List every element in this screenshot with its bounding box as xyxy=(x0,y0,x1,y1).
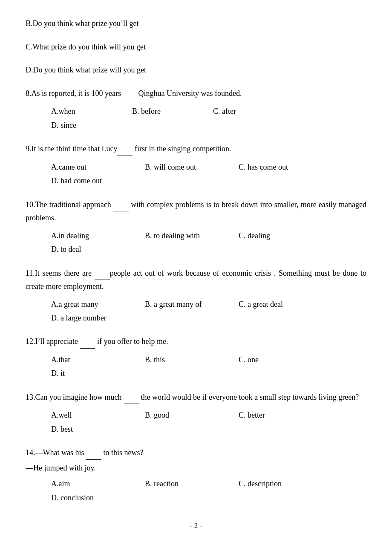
question-14-line2: —He jumped with joy. xyxy=(26,462,366,475)
option-d-q10: D. to deal xyxy=(51,242,145,256)
question-14: 14.—What was his to this news? —He jumpe… xyxy=(26,446,366,505)
page-number: - 2 - xyxy=(190,522,202,530)
option-b-q9: B. will come out xyxy=(145,160,239,174)
question-9: 9.It is the third time that Lucy first i… xyxy=(26,142,366,188)
option-c-q10: C. dealing xyxy=(239,229,332,242)
question-11-text: 11.It seems there are people act out of … xyxy=(26,267,366,293)
option-c-q8: C. after xyxy=(213,104,294,118)
question-12-text: 12.I’ll appreciate if you offer to help … xyxy=(26,335,366,349)
question-10: 10.The traditional approach with complex… xyxy=(26,198,366,257)
page-footer: - 2 - xyxy=(26,522,366,530)
question-13: 13.Can you imagine how much the world wo… xyxy=(26,391,366,436)
question-10-text: 10.The traditional approach with complex… xyxy=(26,198,366,225)
question-8: 8.As is reported, it is 100 years Qinghu… xyxy=(26,87,366,132)
option-c-q13: C. better xyxy=(239,408,332,422)
blank-q13 xyxy=(124,391,139,404)
question-13-options: A.well B. good C. better D. best xyxy=(26,408,366,436)
option-b-q11: B. a great many of xyxy=(145,297,239,311)
option-c-q7-text: C.What prize do you think will you get xyxy=(26,40,366,54)
option-c-q14: C. description xyxy=(239,477,332,491)
option-d-q7: D.Do you think what prize will you get xyxy=(26,63,366,77)
question-14-line1: 14.—What was his to this news? xyxy=(26,446,366,460)
question-14-options: A.aim B. reaction C. description D. conc… xyxy=(26,477,366,505)
option-a-q10: A.in dealing xyxy=(51,229,145,242)
question-12: 12.I’ll appreciate if you offer to help … xyxy=(26,335,366,380)
question-11: 11.It seems there are people act out of … xyxy=(26,267,366,325)
option-a-q8: A.when xyxy=(51,104,132,118)
option-a-q12: A.that xyxy=(51,353,145,366)
option-d-q11: D. a large number xyxy=(51,311,145,325)
blank-q14 xyxy=(86,446,101,460)
option-a-q13: A.well xyxy=(51,408,145,422)
blank-q10 xyxy=(113,198,129,212)
option-b-q13: B. good xyxy=(145,408,239,422)
option-d-q14: D. conclusion xyxy=(51,491,145,505)
option-a-q14: A.aim xyxy=(51,477,145,491)
option-c-q12: C. one xyxy=(239,353,332,366)
option-d-q7-text: D.Do you think what prize will you get xyxy=(26,63,366,77)
option-c-q7: C.What prize do you think will you get xyxy=(26,40,366,54)
option-b-q14: B. reaction xyxy=(145,477,239,491)
question-10-options: A.in dealing B. to dealing with C. deali… xyxy=(26,229,366,257)
blank-q12 xyxy=(80,335,95,349)
option-d-q13: D. best xyxy=(51,422,145,436)
question-9-options: A.came out B. will come out C. has come … xyxy=(26,160,366,188)
blank-q8 xyxy=(121,87,136,101)
option-d-q12: D. it xyxy=(51,366,145,380)
question-8-options: A.when B. before C. after D. since xyxy=(26,104,366,132)
blank-q11 xyxy=(95,267,110,280)
option-a-q11: A.a great many xyxy=(51,297,145,311)
option-a-q9: A.came out xyxy=(51,160,145,174)
option-b-q7: B.Do you think what prize you’ll get xyxy=(26,17,366,30)
option-c-q9: C. has come out xyxy=(239,160,332,174)
option-b-q7-text: B.Do you think what prize you’ll get xyxy=(26,17,366,30)
option-c-q11: C. a great deal xyxy=(239,297,332,311)
question-8-text: 8.As is reported, it is 100 years Qinghu… xyxy=(26,87,366,101)
question-11-options: A.a great many B. a great many of C. a g… xyxy=(26,297,366,325)
option-b-q10: B. to dealing with xyxy=(145,229,239,242)
option-d-q8: D. since xyxy=(51,118,132,132)
question-13-text: 13.Can you imagine how much the world wo… xyxy=(26,391,366,404)
question-9-text: 9.It is the third time that Lucy first i… xyxy=(26,142,366,156)
option-d-q9: D. had come out xyxy=(51,174,145,188)
option-b-q12: B. this xyxy=(145,353,239,366)
question-12-options: A.that B. this C. one D. it xyxy=(26,353,366,381)
blank-q9 xyxy=(117,142,133,156)
option-b-q8: B. before xyxy=(132,104,213,118)
